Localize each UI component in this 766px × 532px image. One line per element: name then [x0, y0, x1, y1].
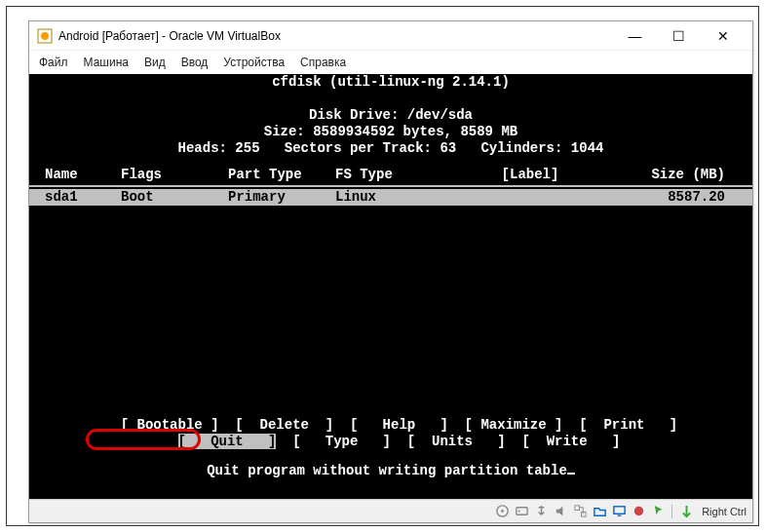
svg-point-1 — [41, 32, 49, 40]
cursor-icon — [567, 473, 575, 475]
optical-disc-icon[interactable] — [494, 504, 510, 519]
action-quit[interactable]: Quit — [211, 434, 244, 449]
menu-devices[interactable]: Устройства — [223, 56, 285, 69]
action-help[interactable]: Help — [383, 417, 416, 433]
mouse-integration-icon[interactable] — [650, 504, 666, 519]
usb-icon[interactable] — [533, 504, 549, 519]
hint-line: Quit program without writing partition t… — [29, 463, 752, 479]
svg-rect-4 — [517, 508, 527, 515]
action-units[interactable]: Units — [432, 434, 473, 449]
svg-point-5 — [517, 511, 519, 513]
menu-help[interactable]: Справка — [300, 56, 346, 69]
menubar: Файл Машина Вид Ввод Устройства Справка — [29, 51, 752, 74]
action-delete[interactable]: Delete — [260, 417, 309, 433]
app-icon — [37, 28, 53, 44]
menu-view[interactable]: Вид — [144, 56, 166, 69]
partition-header: NameFlagsPart TypeFS Type[Label]Size (MB… — [29, 167, 752, 183]
network-icon[interactable] — [572, 504, 588, 519]
recording-icon[interactable] — [631, 504, 646, 519]
window-controls: — ☐ ✕ — [613, 22, 745, 50]
partition-row-selected[interactable]: sda1BootPrimaryLinux8587.20 — [29, 189, 752, 206]
cfdisk-title: cfdisk (util-linux-ng 2.14.1) — [29, 74, 752, 91]
titlebar: Android [Работает] - Oracle VM VirtualBo… — [29, 21, 752, 51]
menu-file[interactable]: Файл — [39, 56, 68, 69]
maximize-button[interactable]: ☐ — [657, 22, 701, 50]
statusbar: Right Ctrl — [29, 499, 752, 522]
action-type[interactable]: Type — [326, 434, 359, 449]
svg-point-9 — [633, 507, 642, 515]
display-icon[interactable] — [611, 504, 627, 519]
close-button[interactable]: ✕ — [701, 22, 745, 50]
header-rule — [29, 185, 752, 187]
audio-icon[interactable] — [553, 504, 568, 519]
shared-folder-icon[interactable] — [592, 504, 607, 519]
action-bootable[interactable]: Bootable — [137, 417, 203, 433]
menu-input[interactable]: Ввод — [181, 56, 209, 69]
menu-machine[interactable]: Машина — [84, 56, 129, 69]
hard-disk-icon[interactable] — [514, 504, 529, 519]
action-print[interactable]: Print — [603, 417, 644, 433]
svg-point-3 — [501, 510, 504, 513]
drive-line: Disk Drive: /dev/sda — [29, 107, 752, 124]
terminal[interactable]: cfdisk (util-linux-ng 2.14.1) Disk Drive… — [29, 74, 752, 501]
action-write[interactable]: Write — [547, 434, 588, 449]
action-maximize[interactable]: Maximize — [480, 417, 546, 433]
svg-rect-8 — [614, 507, 625, 514]
window-title: Android [Работает] - Oracle VM VirtualBo… — [58, 29, 613, 43]
vm-window: Android [Работает] - Oracle VM VirtualBo… — [28, 20, 753, 523]
minimize-button[interactable]: — — [613, 22, 657, 50]
action-menu: [ Bootable ] [ Delete ] [ Help ] [ Maxim… — [29, 417, 752, 450]
geom-line: Heads: 255 Sectors per Track: 63 Cylinde… — [29, 140, 752, 157]
hostkey-label: Right Ctrl — [702, 506, 747, 517]
size-line: Size: 8589934592 bytes, 8589 MB — [29, 124, 752, 140]
hostkey-icon[interactable] — [678, 504, 694, 519]
statusbar-separator — [671, 505, 672, 518]
svg-rect-6 — [575, 506, 580, 511]
